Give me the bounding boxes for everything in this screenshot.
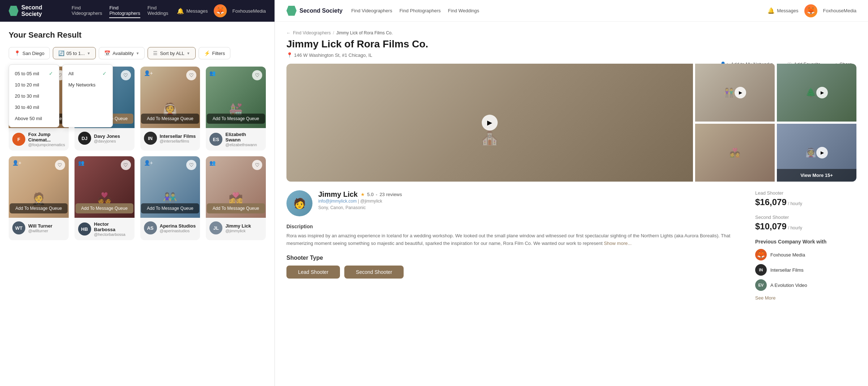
card-text-6: Hector Barbossa @hectorbarbossa <box>94 221 131 237</box>
profile-title: Jimmy Lick of Rora Films Co. <box>286 38 856 50</box>
add-queue-btn-6[interactable]: Add To Message Queue <box>75 203 133 213</box>
second-shooter-btn[interactable]: Second Shooter <box>344 266 404 279</box>
gallery-thumb-1[interactable]: 👫 ▶ <box>695 64 775 122</box>
location-filter[interactable]: 📍 San Diego <box>9 47 50 59</box>
left-username: FoxhouseMedia <box>233 8 266 14</box>
add-person-icon-7: 👤+ <box>144 160 153 166</box>
show-more-btn[interactable]: Show more... <box>604 241 632 246</box>
add-queue-btn-3[interactable]: Add To Message Queue <box>141 114 199 124</box>
left-nav-links: Find Videographers Find Photographers Fi… <box>72 4 168 18</box>
left-nav-right: 🔔 Messages 🦊 FoxhouseMedia <box>177 4 266 17</box>
description-text: Rora was inspired by an amazing experien… <box>286 232 746 247</box>
distance-option-4[interactable]: 30 to 40 mil <box>9 102 59 113</box>
description-label: Discription <box>286 224 746 229</box>
right-username: FoxhouseMedia <box>823 8 857 13</box>
right-nav-weddings[interactable]: Find Weddings <box>448 8 479 13</box>
filter-icon: ⚡ <box>204 50 210 56</box>
card-info-7: AS Aperina Studios @aperinastudios <box>140 218 200 238</box>
gallery-thumb-3[interactable]: 💑 <box>695 124 775 182</box>
availability-filter[interactable]: 📅 Availablity ▼ <box>99 47 145 59</box>
right-nav-photographers[interactable]: Find Photographers <box>399 8 441 13</box>
filters-button[interactable]: ⚡ Filters <box>199 47 230 59</box>
right-messages[interactable]: 🔔 Messages <box>767 7 798 14</box>
shooter-btns: Lead Shooter Second Shooter <box>286 266 746 279</box>
right-nav-videographers[interactable]: Find Videographers <box>351 8 392 13</box>
card-8[interactable]: 💏 👥 ♡ Add To Message Queue JL Jimmy Lick… <box>206 156 266 240</box>
thumb-scene-3: 💑 <box>729 148 740 158</box>
add-queue-btn-5[interactable]: Add To Message Queue <box>10 203 68 213</box>
breadcrumb-current: Jimmy Lick of Rora Films Co. <box>336 30 393 35</box>
heart-icon-2[interactable]: ♡ <box>121 70 131 80</box>
left-nav: Second Society Find Videographers Find P… <box>0 0 275 22</box>
card-4[interactable]: 💒 👥 ♡ Add To Message Queue ES Elizabeth … <box>206 67 266 150</box>
distance-arrow: ▼ <box>87 51 90 55</box>
thumb-scene-2: 🌲 <box>805 88 816 98</box>
view-more-btn[interactable]: View More 15+ <box>777 169 856 182</box>
distance-filter[interactable]: 🔄 05 to 1... ▼ <box>53 47 96 59</box>
prev-company-3: A Evolution Video <box>770 283 807 288</box>
gallery-main[interactable]: ⛪ ▶ <box>286 64 693 182</box>
prev-work-3: EV A Evolution Video <box>755 279 856 291</box>
prev-work-2: IN Intersellar Films <box>755 264 856 276</box>
sort-filter[interactable]: ☰ Sort by ALL ▼ <box>148 47 195 59</box>
thumb-play-4[interactable]: ▶ <box>816 147 828 158</box>
prev-work-icon-1: 🦊 <box>755 249 767 260</box>
left-content: Your Search Result 📍 San Diego 🔄 05 to 1… <box>0 22 275 386</box>
lead-shooter-btn[interactable]: Lead Shooter <box>286 266 340 279</box>
profile-handle: @jimmylick <box>360 199 382 204</box>
card-5[interactable]: 🤵 👤+ ♡ Add To Message Queue WT Will Turn… <box>9 156 69 240</box>
add-queue-btn-8[interactable]: Add To Message Queue <box>207 203 265 213</box>
main-play-btn[interactable]: ▶ <box>482 115 498 131</box>
heart-icon-5[interactable]: ♡ <box>55 160 65 170</box>
breadcrumb-parent[interactable]: Find Videographers <box>293 30 331 35</box>
distance-option-3[interactable]: 20 to 30 mil <box>9 90 59 102</box>
card-6[interactable]: 💑 👥 ♡ Add To Message Queue HB Hector Bar… <box>75 156 135 240</box>
gallery-thumb-2[interactable]: 🌲 ▶ <box>777 64 856 122</box>
distance-option-2[interactable]: 10 to 20 mil <box>9 79 59 90</box>
add-queue-btn-7[interactable]: Add To Message Queue <box>141 203 199 213</box>
location-pin-icon: 📍 <box>286 52 293 58</box>
card-avatar-2: DJ <box>78 132 91 145</box>
card-info-8: JL Jimmy Lick @jimmylick <box>206 218 266 238</box>
card-info-6: HB Hector Barbossa @hectorbarbossa <box>75 218 135 240</box>
card-info-1: F Fox Jump Cinemat... @foxjumpcinematics <box>9 128 69 150</box>
sort-option-networks[interactable]: My Networks <box>63 79 112 90</box>
left-panel: Second Society Find Videographers Find P… <box>0 0 275 386</box>
add-queue-btn-4[interactable]: Add To Message Queue <box>207 114 265 124</box>
right-nav-links: Find Videographers Find Photographers Fi… <box>351 8 759 13</box>
heart-icon-4[interactable]: ♡ <box>252 70 262 80</box>
second-pricing-block: Second Shooter $10,079 / hourly <box>755 215 856 232</box>
lead-pricing-label: Lead Shooter <box>755 190 856 196</box>
card-avatar-5: WT <box>12 221 25 234</box>
profile-email[interactable]: info@jimmylick.com <box>318 199 357 204</box>
distance-option-1[interactable]: 05 to 05 mil ✓ <box>9 68 59 79</box>
heart-icon-6[interactable]: ♡ <box>121 160 131 170</box>
card-avatar-1: F <box>12 133 25 146</box>
add-person-icon-4: 👥 <box>209 70 216 76</box>
card-info-3: IN Intersellar Films @intersellarfilms <box>140 128 200 148</box>
profile-section: 🧑 Jimmy Lick ★ 5.0 - 23 reviews <box>286 190 856 301</box>
left-messages[interactable]: 🔔 Messages <box>177 8 208 14</box>
left-logo[interactable]: Second Society <box>9 4 63 17</box>
thumb-play-2[interactable]: ▶ <box>816 87 828 98</box>
right-logo[interactable]: Second Society <box>286 6 342 16</box>
sort-icon: ☰ <box>153 50 158 56</box>
card-7[interactable]: 👫 👤+ ♡ Add To Message Queue AS Aperina S… <box>140 156 200 240</box>
sort-option-all[interactable]: All ✓ <box>63 68 112 79</box>
heart-icon-8[interactable]: ♡ <box>252 160 262 170</box>
right-nav: Second Society Find Videographers Find P… <box>275 0 868 22</box>
distance-option-5[interactable]: Above 50 mil <box>9 113 59 124</box>
nav-link-weddings[interactable]: Find Weddings <box>148 4 169 18</box>
prev-company-1: Foxhouse Media <box>770 252 805 258</box>
nav-link-videographers[interactable]: Find Videographers <box>72 4 102 18</box>
pricing-section: Lead Shooter $16,079 / hourly Second Sho… <box>755 190 856 301</box>
card-avatar-6: HB <box>78 222 91 236</box>
breadcrumb: ← Find Videographers / Jimmy Lick of Ror… <box>286 30 856 35</box>
right-logo-icon <box>286 6 297 16</box>
card-3[interactable]: 👰 👤+ ♡ Add To Message Queue IN Intersell… <box>140 67 200 150</box>
check-icon-1: ✓ <box>49 71 53 76</box>
thumb-play-1[interactable]: ▶ <box>735 87 746 98</box>
nav-link-photographers[interactable]: Find Photographers <box>109 4 140 18</box>
gallery-thumb-4[interactable]: 👰 ▶ View More 15+ <box>777 124 856 182</box>
see-more-link[interactable]: See More <box>755 295 775 301</box>
